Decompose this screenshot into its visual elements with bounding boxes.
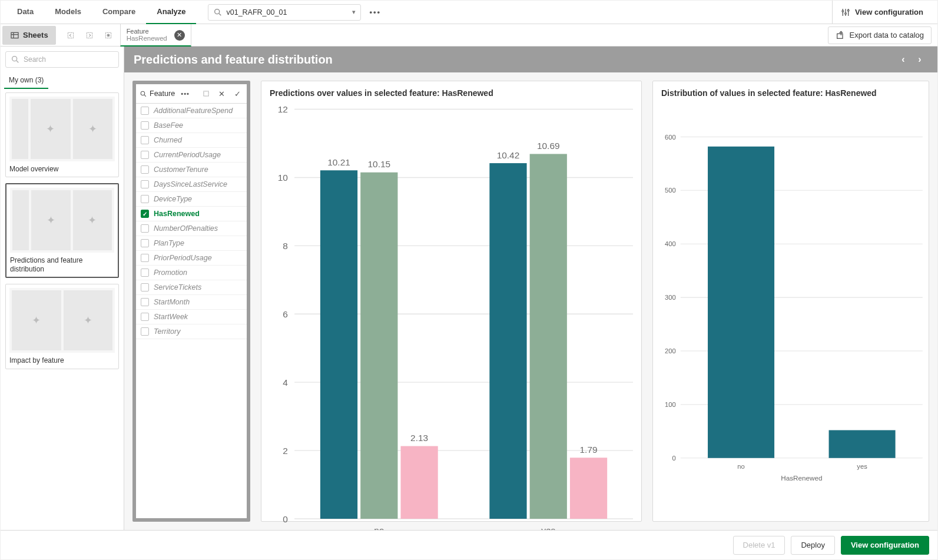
svg-rect-12 <box>87 32 92 38</box>
predictions-chart-title: Predictions over values in selected feat… <box>261 81 641 100</box>
feature-list-item[interactable]: PlanType <box>136 236 247 251</box>
bar[interactable] <box>708 147 774 458</box>
puzzle-icon: ✦ <box>88 214 97 227</box>
svg-line-22 <box>144 95 146 97</box>
sheet-card[interactable]: ✦✦Predictions and feature distribution <box>5 183 119 278</box>
bar[interactable] <box>360 173 397 519</box>
feature-list-item-label: StartMonth <box>154 298 190 306</box>
feature-list-item[interactable]: CustomerTenure <box>136 163 247 177</box>
sliders-icon <box>841 8 850 17</box>
svg-text:no: no <box>737 463 744 470</box>
feature-list-item[interactable]: StartWeek <box>136 310 247 324</box>
checkbox-icon <box>141 165 149 174</box>
feature-list-item[interactable]: DeviceType <box>136 192 247 207</box>
svg-text:100: 100 <box>665 401 676 408</box>
checkbox-icon: ✓ <box>141 210 149 218</box>
checkbox-icon <box>141 121 149 130</box>
nav-tab-models[interactable]: Models <box>44 1 92 24</box>
feature-list-item[interactable]: ServiceTickets <box>136 280 247 295</box>
feature-list-item[interactable]: Territory <box>136 324 247 339</box>
feature-list-item[interactable]: ✓HasRenewed <box>136 207 247 221</box>
puzzle-icon: ✦ <box>88 122 97 135</box>
feature-list-item-label: BaseFee <box>154 121 183 130</box>
view-configuration-button-top[interactable]: View configuration <box>832 1 932 24</box>
svg-text:600: 600 <box>665 134 676 141</box>
deploy-button[interactable]: Deploy <box>791 536 834 555</box>
sheet-card-title: Predictions and feature distribution <box>10 256 114 273</box>
sheet-search-input[interactable]: Search <box>5 51 119 68</box>
bar[interactable] <box>400 446 437 519</box>
delete-version-button: Delete v1 <box>733 536 785 555</box>
view-configuration-button-footer[interactable]: View configuration <box>841 536 929 555</box>
feature-list-item[interactable]: NumberOfPenalties <box>136 221 247 236</box>
nav-tab-data[interactable]: Data <box>6 1 44 24</box>
svg-text:0: 0 <box>672 455 675 462</box>
selection-chip-clear-button[interactable]: ✕ <box>174 30 185 41</box>
selection-forward-button[interactable] <box>81 27 98 44</box>
feature-list-item-label: PlanType <box>154 239 184 247</box>
predictions-bar-chart[interactable]: 02468101210.2110.152.13no10.4210.691.79y… <box>261 100 641 530</box>
prev-sheet-button[interactable]: ‹ <box>895 51 912 68</box>
nav-tab-compare[interactable]: Compare <box>92 1 146 24</box>
feature-list-item[interactable]: PriorPeriodUsage <box>136 251 247 266</box>
export-data-button[interactable]: Export data to catalog <box>828 26 932 44</box>
chevron-down-icon: ▾ <box>352 8 356 16</box>
checkbox-icon <box>141 298 149 306</box>
feature-list-item[interactable]: AdditionalFeatureSpend <box>136 104 247 118</box>
svg-rect-11 <box>68 32 73 38</box>
feature-list-item[interactable]: BaseFee <box>136 118 247 133</box>
checkbox-icon <box>141 136 149 144</box>
nav-tab-analyze[interactable]: Analyze <box>146 1 196 24</box>
puzzle-icon: ✦ <box>47 214 55 227</box>
feature-list-item[interactable]: StartMonth <box>136 295 247 310</box>
svg-text:12: 12 <box>278 104 288 114</box>
feature-list-item[interactable]: Promotion <box>136 266 247 280</box>
svg-text:1.79: 1.79 <box>580 445 598 455</box>
nav-tabs: DataModelsCompareAnalyze <box>6 1 196 24</box>
feature-panel-cancel-button[interactable]: ✕ <box>216 88 227 100</box>
checkbox-icon <box>141 151 149 159</box>
selection-back-button[interactable] <box>62 27 79 44</box>
feature-panel-lasso-button[interactable] <box>200 88 211 100</box>
sheet-sidebar: Search My own (3) ✦✦Model overview✦✦Pred… <box>1 47 124 530</box>
feature-list-item[interactable]: CurrentPeriodUsage <box>136 148 247 163</box>
svg-point-21 <box>141 91 145 95</box>
svg-point-7 <box>847 9 849 11</box>
grid-icon <box>10 31 19 40</box>
svg-line-1 <box>219 14 221 15</box>
sheet-card[interactable]: ✦✦Impact by feature <box>5 284 119 369</box>
export-icon <box>836 31 845 40</box>
bar[interactable] <box>829 430 896 458</box>
sheets-button[interactable]: Sheets <box>2 26 56 45</box>
distribution-bar-chart[interactable]: 0100200300400500600noyesHasRenewed <box>653 100 929 521</box>
bar[interactable] <box>530 154 567 519</box>
svg-text:300: 300 <box>665 294 676 301</box>
predictions-chart-card: Predictions over values in selected feat… <box>261 81 642 522</box>
svg-rect-8 <box>11 32 18 38</box>
svg-text:0: 0 <box>283 514 288 524</box>
feature-panel-confirm-button[interactable]: ✓ <box>232 88 243 100</box>
svg-text:200: 200 <box>665 347 676 354</box>
bar[interactable] <box>570 458 607 519</box>
model-selector[interactable]: v01_RAFR_00_01 ▾ <box>208 4 361 21</box>
next-sheet-button[interactable]: › <box>912 51 928 68</box>
more-menu-button[interactable]: ••• <box>369 8 381 16</box>
svg-text:no: no <box>374 525 384 530</box>
feature-list-panel: Feature ••• ✕ ✓ AdditionalFeatureSpendBa… <box>132 81 250 522</box>
sheet-card-title: Model overview <box>9 165 115 173</box>
feature-list-item-label: PriorPeriodUsage <box>154 254 212 262</box>
bar[interactable] <box>320 170 357 519</box>
feature-panel-more-button[interactable]: ••• <box>180 88 191 100</box>
feature-list-item[interactable]: DaysSinceLastService <box>136 177 247 192</box>
sheet-card[interactable]: ✦✦Model overview <box>5 92 119 177</box>
bar[interactable] <box>489 163 526 519</box>
checkbox-icon <box>141 283 149 291</box>
checkbox-icon <box>141 180 149 188</box>
clear-selection-button[interactable] <box>100 27 117 44</box>
feature-list-item[interactable]: Churned <box>136 133 247 148</box>
svg-line-20 <box>16 61 18 62</box>
sidebar-tab-myown[interactable]: My own (3) <box>4 72 48 89</box>
distribution-chart-title: Distribution of values in selected featu… <box>653 81 929 100</box>
selection-chip-feature[interactable]: Feature HasRenewed ✕ <box>120 24 191 47</box>
svg-text:10.15: 10.15 <box>368 159 391 169</box>
